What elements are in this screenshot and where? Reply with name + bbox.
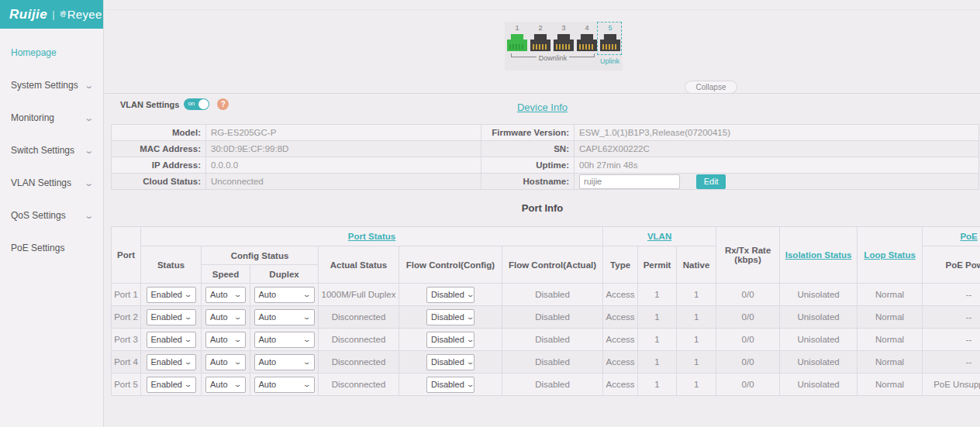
select-value: Auto	[210, 290, 228, 299]
sidebar-item-system-settings[interactable]: System Settings ⌄	[0, 69, 103, 102]
select-value: Auto	[259, 290, 277, 299]
sidebar-item-switch-settings[interactable]: Switch Settings ⌄	[0, 134, 103, 167]
chevron-down-icon: ⌄	[184, 336, 192, 343]
table-row: IP Address: 0.0.0.0 Uptime: 00h 27min 48…	[112, 157, 979, 174]
port-row-1: Port 1 Enabled⌄ Auto⌄ Auto⌄ 1000M/Full D…	[112, 284, 980, 306]
type-cell: Access	[603, 284, 638, 306]
port-number-1: 1	[507, 24, 527, 32]
chevron-down-icon: ⌄	[184, 291, 192, 298]
col-duplex: Duplex	[250, 265, 319, 284]
col-vlan: VLAN	[603, 227, 716, 246]
col-poe-power: PoE Power	[923, 246, 980, 284]
chevron-down-icon: ⌄	[302, 358, 311, 366]
type-cell: Access	[603, 351, 638, 374]
chevron-down-icon: ⌄	[84, 211, 94, 221]
port-cell: Port 5	[112, 374, 141, 396]
status-select[interactable]: Enabled⌄	[147, 332, 196, 348]
status-select[interactable]: Enabled⌄	[147, 377, 196, 393]
rate-cell: 0/0	[716, 284, 780, 306]
col-native: Native	[677, 246, 716, 284]
chevron-down-icon: ⌄	[466, 313, 474, 321]
vlan-link[interactable]: VLAN	[647, 232, 671, 241]
col-speed: Speed	[202, 265, 250, 284]
flow-control-select[interactable]: Disabled⌄	[426, 309, 474, 325]
port-row-5: Port 5 Enabled⌄ Auto⌄ Auto⌄ Disconnected…	[112, 374, 980, 396]
duplex-select[interactable]: Auto⌄	[254, 287, 315, 303]
flow-control-select[interactable]: Disabled⌄	[426, 377, 474, 393]
device-info-link-wrap: Device Info	[105, 100, 980, 114]
port-3-icon[interactable]	[554, 34, 574, 51]
col-isolation-status: Isolation Status	[780, 227, 858, 284]
rate-cell: 0/0	[716, 306, 780, 329]
model-label: Model:	[112, 125, 206, 141]
isolation-status-link[interactable]: Isolation Status	[785, 250, 852, 260]
speed-select[interactable]: Auto⌄	[205, 377, 246, 393]
isolation-cell: Unisolated	[780, 306, 858, 329]
rate-cell: 0/0	[716, 351, 780, 374]
hostname-input[interactable]	[579, 174, 680, 189]
select-value: Auto	[210, 312, 228, 322]
port-pins	[509, 44, 525, 50]
sidebar-item-label: Switch Settings	[11, 145, 74, 156]
sidebar-item-monitoring[interactable]: Monitoring ⌄	[0, 102, 103, 134]
uptime-label: Uptime:	[481, 157, 575, 174]
isolation-cell: Unisolated	[780, 351, 858, 374]
col-flow-control-actual: Flow Control(Actual)	[502, 246, 603, 284]
speed-select[interactable]: Auto⌄	[205, 287, 246, 303]
status-select[interactable]: Enabled⌄	[147, 309, 196, 325]
sidebar-item-label: Monitoring	[11, 112, 54, 123]
edit-hostname-button[interactable]: Edit	[696, 174, 726, 189]
loop-cell: Normal	[858, 306, 923, 329]
cloud-status-value: Unconnected	[206, 174, 481, 190]
sidebar-item-poe-settings[interactable]: PoE Settings	[0, 232, 103, 264]
duplex-select[interactable]: Auto⌄	[254, 354, 315, 370]
loop-cell: Normal	[858, 351, 923, 374]
poe-link[interactable]: PoE	[960, 232, 977, 241]
flow-control-select[interactable]: Disabled⌄	[426, 354, 474, 370]
flow-control-actual-cell: Disabled	[502, 284, 603, 306]
select-value: Enabled	[151, 290, 182, 299]
status-select[interactable]: Enabled⌄	[147, 287, 196, 303]
loop-status-link[interactable]: Loop Status	[864, 250, 915, 260]
chevron-down-icon: ⌄	[84, 146, 94, 156]
device-info-link[interactable]: Device Info	[517, 102, 568, 113]
duplex-select[interactable]: Auto⌄	[254, 309, 315, 325]
flow-control-select[interactable]: Disabled⌄	[426, 332, 474, 348]
sidebar-item-vlan-settings[interactable]: VLAN Settings ⌄	[0, 167, 103, 199]
port-number-4: 4	[577, 24, 597, 32]
collapse-button[interactable]: Collapse	[685, 81, 737, 94]
logo-reyee-text: Reyee	[67, 8, 102, 21]
cloud-status-label: Cloud Status:	[112, 174, 206, 190]
logo-ruijie-text: Ruijie	[9, 7, 47, 22]
sidebar-item-qos-settings[interactable]: QoS Settings ⌄	[0, 199, 103, 232]
chevron-down-icon: ⌄	[84, 81, 94, 91]
speed-select[interactable]: Auto⌄	[205, 354, 246, 370]
port-number-2: 2	[530, 24, 550, 32]
chevron-down-icon: ⌄	[184, 381, 192, 388]
chevron-down-icon: ⌄	[302, 381, 311, 388]
speed-select[interactable]: Auto⌄	[205, 309, 246, 325]
status-select[interactable]: Enabled⌄	[147, 354, 196, 370]
duplex-select[interactable]: Auto⌄	[254, 377, 315, 393]
col-rxtx-rate: Rx/Tx Rate (kbps)	[716, 227, 780, 284]
port-2-icon[interactable]	[530, 34, 550, 51]
select-value: Disabled	[431, 335, 464, 344]
speed-select[interactable]: Auto⌄	[205, 332, 246, 348]
port-4-icon[interactable]	[577, 34, 597, 51]
port-pins	[579, 44, 595, 50]
flow-control-select[interactable]: Disabled⌄	[426, 287, 474, 303]
duplex-select[interactable]: Auto⌄	[254, 332, 315, 348]
chevron-down-icon: ⌄	[234, 313, 243, 321]
actual-status-cell: Disconnected	[319, 374, 399, 396]
poe-power-cell: --	[923, 351, 980, 374]
poe-power-cell: PoE Unsupported	[923, 374, 980, 396]
select-value: Disabled	[431, 357, 464, 367]
col-flow-control-config: Flow Control(Config)	[399, 246, 502, 284]
select-value: Auto	[210, 335, 228, 344]
col-actual-status: Actual Status	[319, 246, 399, 284]
port-1-icon[interactable]	[507, 34, 527, 51]
device-info-table: Model: RG-ES205GC-P Firmware Version: ES…	[111, 124, 979, 190]
sidebar-item-homepage[interactable]: Homepage	[0, 36, 103, 69]
mac-value: 30:0D:9E:CF:99:8D	[206, 141, 481, 157]
port-status-link[interactable]: Port Status	[348, 232, 395, 241]
